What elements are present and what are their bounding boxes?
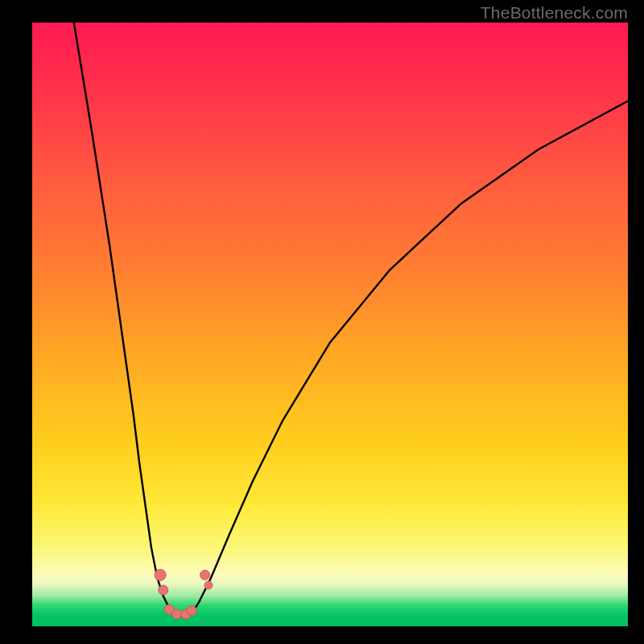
curve-right-branch bbox=[181, 101, 628, 617]
data-marker bbox=[204, 581, 213, 589]
chart-frame: TheBottleneck.com bbox=[0, 0, 644, 644]
watermark-text: TheBottleneck.com bbox=[481, 3, 628, 23]
data-marker bbox=[159, 585, 168, 595]
chart-svg bbox=[32, 23, 628, 626]
data-marker bbox=[200, 570, 210, 580]
curve-group bbox=[74, 23, 628, 616]
curve-left-branch bbox=[74, 23, 181, 616]
data-marker bbox=[155, 569, 166, 580]
data-marker bbox=[187, 606, 196, 616]
plot-area bbox=[32, 23, 628, 626]
data-marker bbox=[172, 609, 182, 619]
